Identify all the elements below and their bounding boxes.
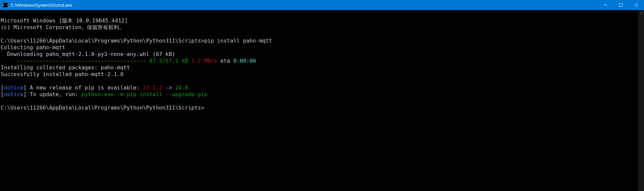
eta-label: eta <box>217 58 233 64</box>
notice-tag: notice <box>4 84 23 91</box>
terminal-output[interactable]: Microsoft Windows [版本 10.0.19045.4412] (… <box>0 10 644 191</box>
progress-line: ----------------------------------------… <box>1 58 256 64</box>
progress-speed: 1.2 MB/s <box>188 58 217 64</box>
old-version: 23.1.2 <box>143 84 162 91</box>
version-line: Microsoft Windows [版本 10.0.19045.4412] <box>1 17 128 24</box>
prompt-path: C:\Users\11266\AppData\Local\Programs\Py… <box>1 38 204 44</box>
maximize-button[interactable] <box>613 0 629 10</box>
notice-line-1: [notice] A new release of pip is availab… <box>1 84 188 91</box>
notice-line-2: [notice] To update, run: python.exe -m p… <box>1 91 208 98</box>
collecting-line: Collecting paho-mqtt <box>1 44 65 51</box>
installing-line: Installing collected packages: paho-mqtt <box>1 64 130 71</box>
minimize-icon <box>604 3 607 7</box>
prompt-path: C:\Users\11266\AppData\Local\Programs\Py… <box>1 105 204 111</box>
notice-text: To update, run: <box>26 91 82 98</box>
prompt-line: C:\Users\11266\AppData\Local\Programs\Py… <box>1 105 204 111</box>
new-version: 24.0 <box>175 84 188 91</box>
progress-size: 67.2/67.2 kB <box>149 58 188 64</box>
scrollbar[interactable]: ▲ <box>638 10 644 191</box>
eta-value: 0:00:00 <box>233 58 256 64</box>
maximize-icon <box>619 3 623 7</box>
titlebar[interactable]: C:\ C:\Windows\System32\cmd.exe <box>0 0 644 10</box>
svg-rect-1 <box>620 4 623 7</box>
notice-tag: notice <box>4 91 23 98</box>
close-icon <box>635 3 638 7</box>
notice-text: A new release of pip is available: <box>26 84 143 91</box>
minimize-button[interactable] <box>598 0 613 10</box>
cmd-icon: C:\ <box>3 2 8 8</box>
scrollbar-up-arrow-icon[interactable]: ▲ <box>638 10 644 16</box>
downloading-line: Downloading paho_mqtt-2.1.0-py3-none-any… <box>1 51 175 57</box>
prompt-line: C:\Users\11266\AppData\Local\Programs\Py… <box>1 38 272 44</box>
success-line: Successfully installed paho-mqtt-2.1.0 <box>1 71 123 77</box>
progress-bar: ---------------------------------------- <box>17 58 149 64</box>
window-title: C:\Windows\System32\cmd.exe <box>11 3 598 8</box>
close-button[interactable] <box>629 0 644 10</box>
window-controls <box>598 0 644 10</box>
copyright-line: (c) Microsoft Corporation。保留所有权利。 <box>1 24 124 30</box>
upgrade-command: python.exe -m pip install --upgrade pip <box>82 91 208 98</box>
typed-command: pip install paho-mqtt <box>204 38 272 44</box>
